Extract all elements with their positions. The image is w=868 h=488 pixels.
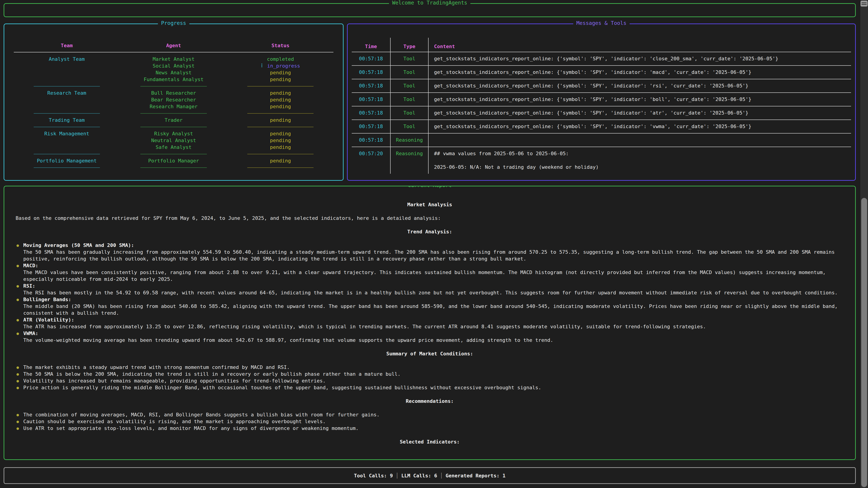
table-row: Research Team Bull Researcher pending [13, 90, 334, 96]
list-item: ● RSI: The RSI has been mostly in the 54… [16, 283, 844, 296]
bullet-icon: ● [17, 384, 19, 391]
group-separator [13, 164, 334, 171]
agent-label: Bull Researcher [120, 90, 227, 96]
status-badge: pending [227, 103, 334, 110]
bullet-label: Moving Averages (50 SMA and 200 SMA): [23, 242, 844, 249]
table-row: Trading Team Trader pending [13, 117, 334, 124]
bullet-icon: ● [17, 296, 19, 303]
bullet-label: Bollinger Bands: [23, 296, 844, 303]
type-cell: Reasoning [391, 133, 429, 147]
status-badge: pending [227, 69, 334, 76]
message-row: 00:57:18 Tool get_stockstats_indicators_… [352, 106, 851, 120]
bullet-text: The 50 SMA has been gradually increasing… [23, 249, 835, 262]
bullet-text: Use ATR to set appropriate stop-loss lev… [23, 425, 359, 431]
list-item: ● ATR (Volatility): The ATR has increase… [16, 317, 844, 330]
report-intro: Based on the comprehensive data retrieve… [16, 215, 844, 222]
agent-label: Trader [120, 117, 227, 124]
status-badge: pending [227, 96, 334, 103]
content-cell [429, 133, 851, 147]
table-row: Bear Researcher pending [13, 96, 334, 103]
agent-label: Research Manager [120, 103, 227, 110]
progress-table: Team Agent Status Analyst Team Market An… [4, 24, 343, 171]
content-cell: get_stockstats_indicators_report_online:… [429, 106, 851, 120]
menu-icon[interactable] [861, 1, 868, 6]
agent-label: Market Analyst [120, 56, 227, 63]
table-row: News Analyst pending [13, 69, 334, 76]
spinner-icon: ⠇ [261, 63, 265, 69]
stat-separator: │ [393, 473, 401, 479]
table-row: Social Analyst ⠇in_progress [13, 63, 334, 69]
message-row: 00:57:18 Tool get_stockstats_indicators_… [352, 79, 851, 93]
message-row: 00:57:18 Tool get_stockstats_indicators_… [352, 93, 851, 106]
team-label: Portfolio Management [13, 158, 120, 164]
message-row: 00:57:18 Tool get_stockstats_indicators_… [352, 52, 851, 66]
bullet-text: The middle band (20 SMA) has been rising… [23, 303, 838, 316]
list-item: ● The market exhibits a steady upward tr… [16, 364, 844, 371]
group-separator [13, 124, 334, 130]
agent-label: Risky Analyst [120, 130, 227, 137]
section-heading-recommendations: Recommendations: [16, 398, 844, 404]
time-cell: 00:57:18 [352, 120, 391, 133]
bullet-label: VWMA: [23, 330, 844, 337]
bullet-text: The ATR has increased from approximately… [23, 324, 706, 329]
bullet-text: The MACD values have been consistently p… [23, 269, 826, 282]
content-cell: ## vwma values from 2025-05-06 to 2025-0… [429, 147, 851, 174]
welcome-title: Welcome to TradingAgents [389, 0, 470, 6]
type-cell: Tool [391, 106, 429, 120]
status-badge: pending [227, 144, 334, 151]
bullet-icon: ● [17, 378, 19, 384]
bullet-text: The market exhibits a steady upward tren… [23, 364, 290, 370]
scrollbar-track[interactable] [860, 0, 868, 488]
bullet-label: MACD: [23, 262, 844, 269]
stat-llm-calls: LLM Calls: 6 [401, 473, 437, 479]
summary-list: ● The market exhibits a steady upward tr… [16, 364, 844, 391]
bullet-text: The volume-weighted moving average has b… [23, 337, 553, 343]
time-cell: 00:57:18 [352, 133, 391, 147]
list-item: ● The 50 SMA is below the 200 SMA, indic… [16, 371, 844, 378]
agent-label: Portfolio Manager [120, 158, 227, 164]
content-cell: get_stockstats_indicators_report_online:… [429, 120, 851, 133]
status-badge: pending [227, 130, 334, 137]
bullet-icon: ● [17, 317, 19, 323]
table-row: Portfolio Management Portfolio Manager p… [13, 158, 334, 164]
list-item: ● MACD: The MACD values have been consis… [16, 262, 844, 283]
column-header-type: Type [391, 38, 429, 52]
bullet-icon: ● [17, 418, 19, 425]
bullet-text: The 50 SMA is below the 200 SMA, indicat… [23, 371, 401, 377]
type-cell: Tool [391, 93, 429, 106]
bullet-text: Price action is generally riding the mid… [23, 385, 541, 390]
status-badge: pending [227, 76, 334, 83]
type-cell: Tool [391, 120, 429, 133]
stat-tool-calls: Tool Calls: 9 [354, 473, 393, 479]
list-item: ● Volatility has increased but remains m… [16, 378, 844, 384]
table-row: Research Manager pending [13, 103, 334, 110]
type-cell: Reasoning [391, 147, 429, 174]
agent-label: News Analyst [120, 69, 227, 76]
column-header-agent: Agent [120, 42, 227, 49]
column-header-time: Time [352, 38, 391, 52]
header-divider [14, 52, 333, 53]
time-cell: 00:57:18 [352, 106, 391, 120]
table-row: Safe Analyst pending [13, 144, 334, 151]
scrollbar-thumb[interactable] [861, 198, 867, 487]
time-cell: 00:57:18 [352, 93, 391, 106]
bullet-text: Caution should be exercised as volatilit… [23, 419, 326, 424]
time-cell: 00:57:18 [352, 79, 391, 92]
section-heading-selected-indicators: Selected Indicators: [16, 438, 844, 445]
messages-panel: Messages & Tools Time Type Content 00:57… [347, 24, 856, 181]
stat-generated-reports: Generated Reports: 1 [445, 473, 505, 479]
recommendations-list: ● The combination of moving averages, MA… [16, 412, 844, 432]
list-item: ● Price action is generally riding the m… [16, 384, 844, 391]
agent-label: Bear Researcher [120, 96, 227, 103]
content-cell: get_stockstats_indicators_report_online:… [429, 66, 851, 79]
bullet-icon: ● [17, 371, 19, 378]
list-item: ● Bollinger Bands: The middle band (20 S… [16, 296, 844, 317]
table-row: Analyst Team Market Analyst completed [13, 56, 334, 63]
column-header-content: Content [429, 38, 851, 52]
message-row: 00:57:20 Reasoning ## vwma values from 2… [352, 147, 851, 174]
messages-header-row: Time Type Content [352, 38, 851, 52]
messages-title: Messages & Tools [573, 20, 630, 26]
bullet-icon: ● [17, 330, 19, 337]
team-label: Risk Management [13, 130, 120, 137]
message-row: 00:57:18 Tool get_stockstats_indicators_… [352, 120, 851, 133]
